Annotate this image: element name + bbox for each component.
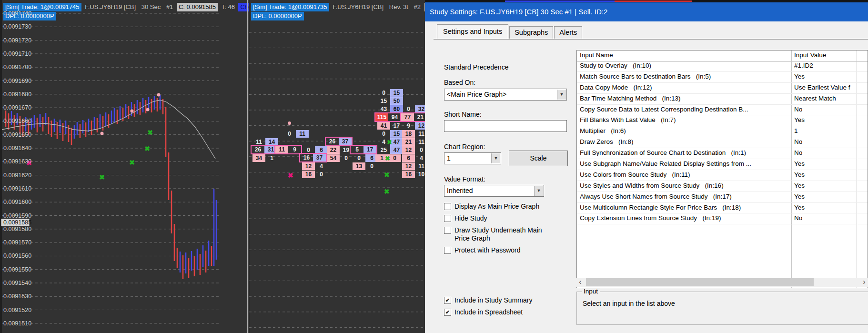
scroll-left-icon[interactable]: ‹	[576, 278, 584, 287]
bid-volume: 43	[377, 105, 390, 113]
checkbox-protect-with-password[interactable]: Protect with Password	[444, 246, 556, 254]
table-row[interactable]: Multiplier (In:6)1	[577, 126, 868, 137]
chevron-down-icon[interactable]: ▼	[557, 90, 566, 100]
tab-settings-and-inputs[interactable]: Settings and Inputs	[437, 24, 508, 39]
bid-volume: 41	[377, 122, 390, 130]
dialog-title-bar[interactable]: Study Settings: F.US.JY6H19 [CB] 30 Sec …	[425, 2, 868, 21]
table-row[interactable]: Always Use Short Names from Source Study…	[577, 192, 868, 203]
based-on-label: Based On:	[444, 79, 475, 86]
scale-button[interactable]: Scale	[509, 151, 568, 166]
inputs-table-header[interactable]: Input Name Input Value	[577, 50, 868, 61]
footprint-cell: 2637	[326, 138, 352, 145]
table-row[interactable]: Copy Source Data to Latest Corresponding…	[577, 105, 868, 116]
ask-volume: 50	[390, 97, 403, 105]
symbol-label: F.US.JY6H19 [CB]	[331, 3, 385, 11]
tab-subgraphs[interactable]: Subgraphs	[509, 26, 553, 39]
bid-volume: 12	[402, 162, 415, 170]
checkbox-include-in-study-summary[interactable]: ✔Include in Study Summary	[444, 296, 563, 304]
short-name-input[interactable]	[444, 120, 567, 132]
table-row[interactable]: Draw Zeros (In:8)No	[577, 137, 868, 148]
unchecked-checkbox-icon[interactable]	[444, 215, 451, 222]
footprint-cells-layer: 1114263134101111906163712416026372219540…	[249, 0, 425, 333]
inputs-table[interactable]: Input Name Input Value Study to Overlay …	[576, 50, 868, 288]
chevron-down-icon[interactable]: ▼	[534, 186, 543, 196]
table-row[interactable]: Full Synchronization of Source Chart to …	[577, 148, 868, 159]
price-axis-label: 0.0091570	[3, 239, 31, 246]
bid-volume: 26	[252, 146, 264, 153]
price-axis-label: 0.0091580	[3, 226, 31, 232]
left-chart-header: [Sim] Trade: 1@0.0091745 F.US.JY6H19 [CB…	[2, 3, 217, 21]
table-row[interactable]: Copy Extension Lines from Source Study (…	[577, 213, 868, 224]
input-value-cell: Yes	[794, 73, 805, 80]
price-axis-label: 0.0091660	[3, 118, 31, 124]
ask-volume: 15	[390, 130, 403, 138]
panel-divider[interactable]	[247, 0, 248, 333]
footprint-cell: 015	[377, 89, 403, 97]
footprint-cell: 1637	[300, 154, 326, 161]
table-horizontal-scrollbar[interactable]: ‹ ›	[576, 278, 868, 287]
dpl-badge: DPL: 0.0000000P	[251, 12, 304, 20]
input-groupbox: Input Select an input in the list above	[576, 292, 868, 325]
table-row[interactable]: Study to Overlay (In:10)#1.ID2	[577, 61, 868, 72]
column-input-name[interactable]: Input Name	[580, 51, 613, 59]
bid-volume: 25	[377, 146, 390, 154]
bid-volume: 16	[402, 171, 415, 178]
input-name-cell: Study to Overlay (In:10)	[580, 62, 651, 69]
table-row[interactable]: Use Multicolumn Rectangle Style For Pric…	[577, 203, 868, 214]
footprint-cell: 2219	[327, 146, 353, 154]
footprint-cell: 11594	[375, 113, 401, 121]
ask-volume: 94	[388, 113, 401, 121]
table-row[interactable]: Use Colors from Source Study (In:11)Yes	[577, 170, 868, 181]
input-name-cell: Draw Zeros (In:8)	[580, 138, 634, 145]
price-axis-label: 0.0091560	[3, 252, 31, 259]
unchecked-checkbox-icon[interactable]	[444, 203, 451, 210]
ask-volume: 11	[296, 130, 309, 138]
bid-volume: 6	[402, 154, 415, 162]
value-format-select[interactable]: Inherited ▼	[444, 185, 544, 197]
checkbox-draw-study-underneath-main-price-graph[interactable]: Draw Study Underneath Main Price Graph	[444, 226, 556, 242]
ask-volume: 1	[265, 154, 278, 162]
footprint-cell: 517	[351, 146, 376, 153]
footprint-cell: 447✖	[377, 138, 403, 146]
unchecked-checkbox-icon[interactable]	[444, 247, 451, 254]
checkbox-label: Display As Main Price Graph	[454, 202, 539, 211]
checked-checkbox-icon[interactable]: ✔	[444, 309, 451, 316]
chart-number-label: #2	[412, 3, 423, 11]
based-on-select[interactable]: <Main Price Graph> ▼	[444, 89, 567, 101]
checkbox-display-as-main-price-graph[interactable]: Display As Main Price Graph	[444, 202, 556, 211]
checkbox-hide-study[interactable]: Hide Study	[444, 214, 556, 222]
scrollbar-thumb[interactable]	[586, 278, 814, 286]
footprint-cell: 1610	[402, 171, 428, 178]
tab-alerts[interactable]: Alerts	[554, 26, 582, 39]
table-row[interactable]: Bar Time Matching Method (In:13)Nearest …	[577, 94, 868, 105]
table-row[interactable]: Fill Blanks With Last Value (In:7)Yes	[577, 115, 868, 126]
ask-volume: 37	[339, 138, 352, 145]
footprint-cell: 1211	[402, 162, 428, 170]
input-name-cell: Copy Source Data to Latest Corresponding…	[580, 106, 748, 113]
numbers-bars-panel[interactable]: 1114263134101111906163712416026372219540…	[249, 0, 425, 333]
chevron-down-icon[interactable]: ▼	[491, 153, 500, 163]
bid-volume: 18	[402, 130, 415, 138]
table-row[interactable]: Use Styles and Widths from Source Study …	[577, 181, 868, 192]
checkbox-include-in-spreadsheet[interactable]: ✔Include in Spreadsheet	[444, 308, 563, 316]
checked-checkbox-icon[interactable]: ✔	[444, 297, 451, 304]
unchecked-checkbox-icon[interactable]	[444, 227, 451, 234]
scroll-right-icon[interactable]: ›	[860, 278, 868, 287]
input-name-cell: Always Use Short Names from Source Study…	[580, 193, 732, 200]
footprint-cell: 7721	[401, 113, 427, 121]
bid-volume: 13	[353, 162, 365, 170]
bid-volume: 0	[283, 130, 296, 138]
include-checkboxes: ✔Include in Study Summary✔Include in Spr…	[444, 296, 563, 320]
table-row[interactable]: Data Copy Mode (In:12)Use Earliest Value…	[577, 83, 868, 94]
price-axis-label: 0.0091630	[3, 158, 31, 165]
left-chart-panel[interactable]: ✖✖✖✖✖ [Sim] Trade: 1@0.0091745 F.US.JY6H…	[0, 0, 217, 333]
footprint-cell: 1811	[402, 130, 428, 138]
app-window: ✖✖✖✖✖ [Sim] Trade: 1@0.0091745 F.US.JY6H…	[0, 0, 868, 333]
footprint-cell: 341	[252, 154, 278, 162]
table-row[interactable]: Use Subgraph Name/Value Related Display …	[577, 159, 868, 170]
bid-volume: 115	[375, 113, 388, 121]
table-row[interactable]: Match Source Bars to Destination Bars (I…	[577, 72, 868, 83]
column-input-value[interactable]: Input Value	[794, 51, 826, 59]
chart-region-select[interactable]: 1 ▼	[444, 152, 501, 164]
tab-page-border	[434, 39, 868, 39]
